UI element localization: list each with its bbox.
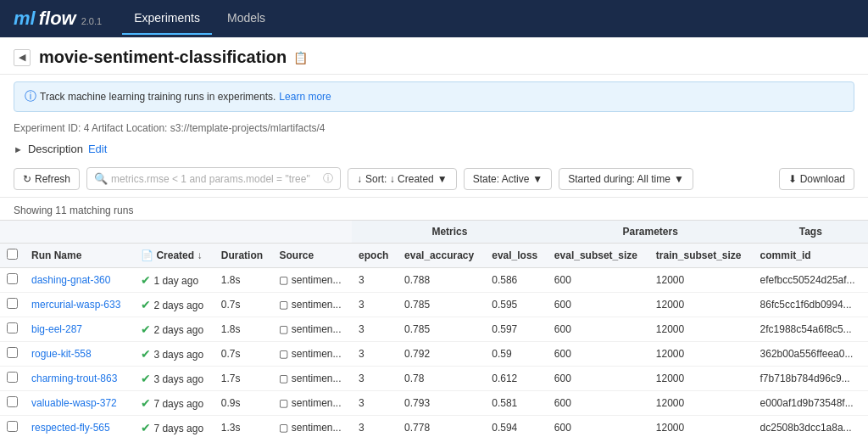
col-duration[interactable]: Duration [214,244,273,268]
description-row[interactable]: ► Description Edit [0,137,868,160]
train-subset-size-cell: 12000 [649,416,754,438]
source-cell: ▢ sentimen... [272,391,352,416]
col-created[interactable]: 📄 Created ↓ [134,244,214,268]
state-label: State: Active [473,173,530,185]
col-commit-id[interactable]: commit_id [754,244,868,268]
row-checkbox-cell[interactable] [0,416,25,438]
logo-version: 2.0.1 [81,16,102,26]
run-name-link[interactable]: mercurial-wasp-633 [31,299,120,311]
created-cell: ✔ 1 day ago [134,268,214,293]
sort-button[interactable]: ↓ Sort: ↓ Created ▼ [348,168,457,190]
eval-accuracy-cell: 0.785 [398,293,485,317]
started-label: Started during: All time [568,173,670,185]
created-cell: ✔ 7 days ago [134,416,214,438]
row-checkbox-cell[interactable] [0,268,25,293]
run-name-link[interactable]: valuable-wasp-372 [31,397,117,409]
runs-table: Metrics Parameters Tags Run Name 📄 Creat… [0,220,868,437]
select-all-checkbox[interactable] [7,249,18,260]
started-button[interactable]: Started during: All time ▼ [559,168,693,190]
row-checkbox[interactable] [7,372,18,383]
eval-accuracy-cell: 0.78 [398,367,485,391]
search-wrap: 🔍 ⓘ [86,167,341,190]
tab-models[interactable]: Models [215,3,277,35]
col-eval-subset-size[interactable]: eval_subset_size [548,244,649,268]
col-epoch[interactable]: epoch [352,244,398,268]
info-icon: ⓘ [25,89,36,104]
table-row: charming-trout-863 ✔ 3 days ago 1.7s ▢ s… [0,367,868,391]
metrics-group-header: Metrics [352,221,548,244]
duration-cell: 1.7s [214,367,273,391]
description-edit-link[interactable]: Edit [88,143,107,155]
table-row: big-eel-287 ✔ 2 days ago 1.8s ▢ sentimen… [0,317,868,342]
commit-id-cell: 362b00a556ffeea0... [754,342,868,367]
col-eval-accuracy[interactable]: eval_accuracy [398,244,485,268]
run-name-link[interactable]: rogue-kit-558 [31,348,92,360]
state-button[interactable]: State: Active ▼ [464,168,553,190]
col-created-header [134,221,214,244]
download-button[interactable]: ⬇ Download [779,168,854,190]
col-eval-loss[interactable]: eval_loss [485,244,548,268]
eval-loss-cell: 0.597 [485,317,548,342]
eval-loss-cell: 0.586 [485,268,548,293]
epoch-cell: 3 [352,268,398,293]
row-checkbox[interactable] [7,347,18,358]
status-icon: ✔ [141,298,151,311]
back-button[interactable]: ◀ [14,49,31,66]
row-checkbox[interactable] [7,273,18,284]
run-name-link[interactable]: respected-fly-565 [31,422,110,434]
row-checkbox[interactable] [7,421,18,432]
search-info-icon[interactable]: ⓘ [323,171,333,186]
run-name-cell: mercurial-wasp-633 [25,293,134,317]
epoch-cell: 3 [352,391,398,416]
duration-cell: 1.8s [214,268,273,293]
table-row: valuable-wasp-372 ✔ 7 days ago 0.9s ▢ se… [0,391,868,416]
run-name-link[interactable]: big-eel-287 [31,323,82,335]
search-input[interactable] [111,173,320,185]
row-checkbox-cell[interactable] [0,293,25,317]
run-name-cell: valuable-wasp-372 [25,391,134,416]
train-subset-size-cell: 12000 [649,293,754,317]
col-select-all[interactable] [0,244,25,268]
col-train-subset-size[interactable]: train_subset_size [649,244,754,268]
col-run-name[interactable]: Run Name [25,244,134,268]
sort-chevron-icon: ▼ [437,173,448,185]
eval-subset-size-cell: 600 [548,342,649,367]
source-cell: ▢ sentimen... [272,268,352,293]
col-duration-header [214,221,273,244]
run-name-link[interactable]: dashing-gnat-360 [31,274,110,286]
download-label: Download [800,173,845,185]
source-cell: ▢ sentimen... [272,293,352,317]
row-checkbox-cell[interactable] [0,367,25,391]
commit-id-cell: e000af1d9b73548f... [754,391,868,416]
logo-ml: ml [14,8,36,30]
parameters-group-header: Parameters [548,221,754,244]
run-name-cell: rogue-kit-558 [25,342,134,367]
copy-icon[interactable]: 📋 [293,51,308,64]
status-icon: ✔ [141,372,151,385]
row-checkbox-cell[interactable] [0,317,25,342]
row-checkbox[interactable] [7,396,18,407]
run-name-link[interactable]: charming-trout-863 [31,373,117,384]
row-checkbox[interactable] [7,298,18,309]
table-row: dashing-gnat-360 ✔ 1 day ago 1.8s ▢ sent… [0,268,868,293]
chevron-right-icon: ► [14,144,23,154]
duration-cell: 1.3s [214,416,273,438]
started-chevron-icon: ▼ [674,173,684,185]
learn-more-link[interactable]: Learn more [279,91,331,103]
tab-experiments[interactable]: Experiments [122,3,212,35]
epoch-cell: 3 [352,293,398,317]
status-icon: ✔ [141,273,151,287]
status-icon: ✔ [141,396,151,410]
row-checkbox-cell[interactable] [0,342,25,367]
runs-table-wrap: Metrics Parameters Tags Run Name 📄 Creat… [0,220,868,437]
commit-id-cell: 2fc1988c54a6f8c5... [754,317,868,342]
run-name-cell: respected-fly-565 [25,416,134,438]
refresh-button[interactable]: ↻ Refresh [14,168,80,190]
row-checkbox-cell[interactable] [0,391,25,416]
navbar: mlflow 2.0.1 Experiments Models [0,0,868,37]
row-checkbox[interactable] [7,322,18,333]
eval-subset-size-cell: 600 [548,293,649,317]
commit-id-cell: f7b718b784d96c9... [754,367,868,391]
eval-accuracy-cell: 0.785 [398,317,485,342]
col-source[interactable]: Source [272,244,352,268]
